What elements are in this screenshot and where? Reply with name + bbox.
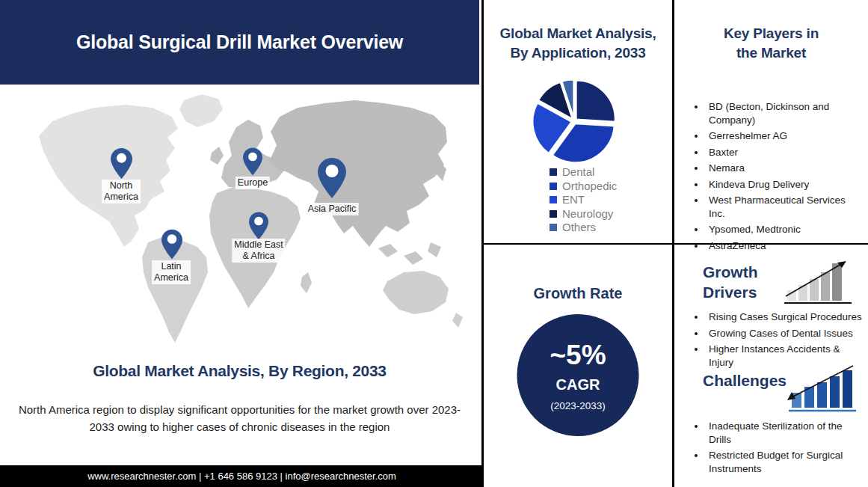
application-chart-title: Global Market Analysis, By Application, … <box>484 24 672 62</box>
legend-swatch-ent <box>550 196 557 203</box>
footer-bar: www.researchnester.com | +1 646 586 9123… <box>0 465 484 487</box>
list-item: Restricted Budget for Surgical Instrumen… <box>706 449 843 475</box>
growth-bars-up-arrow-icon <box>784 259 853 308</box>
map-label-middle-east-africa: Middle East & Africa <box>232 239 285 263</box>
legend-label: Others <box>562 222 596 233</box>
cagr-period: (2023-2033) <box>550 400 606 411</box>
legend-swatch-neurology <box>550 210 557 218</box>
legend-label: ENT <box>562 195 585 206</box>
list-item: Baxter <box>706 146 860 159</box>
application-pie-chart <box>528 75 621 171</box>
legend-item: Neurology <box>550 209 617 220</box>
list-item: BD (Becton, Dickinson and Company) <box>706 100 860 126</box>
legend-label: Dental <box>562 167 594 178</box>
world-map: North America Europe Asia Pacific Middle… <box>0 88 479 359</box>
legend-item: Dental <box>550 167 617 178</box>
legend-item: Others <box>550 222 617 233</box>
growth-drivers-title: Growth Drivers <box>703 262 778 303</box>
map-label-north-america: North America <box>102 180 141 203</box>
map-pin-latin-america <box>161 228 182 263</box>
legend-item: ENT <box>550 195 617 206</box>
legend-label: Neurology <box>562 209 613 220</box>
middle-panel: Global Market Analysis, By Application, … <box>484 0 672 487</box>
left-panel: Global Surgical Drill Market Overview No… <box>0 0 479 487</box>
legend-item: Orthopedic <box>550 181 617 192</box>
list-item: West Pharmaceutical Services Inc. <box>706 194 860 220</box>
challenges-title: Challenges <box>703 372 787 390</box>
challenges-list: Inadequate Sterilization of the Drills R… <box>697 420 843 478</box>
list-item: Gerreshelmer AG <box>706 129 860 143</box>
map-pin-north-america <box>111 147 132 183</box>
challenges-bars-down-arrow-icon <box>784 364 856 417</box>
world-map-graphic <box>0 88 479 359</box>
list-item: Inadequate Sterilization of the Drills <box>706 420 843 446</box>
footer-contact: www.researchnester.com | +1 646 586 9123… <box>87 471 396 482</box>
map-label-asia-pacific: Asia Pacific <box>306 203 359 215</box>
legend-swatch-others <box>550 224 557 231</box>
key-players-title: Key Players in the Market <box>674 24 868 62</box>
pie-slice-dental <box>576 80 615 122</box>
cagr-circle: ~5% CAGR (2023-2033) <box>517 314 639 436</box>
map-label-europe: Europe <box>236 177 270 189</box>
legend-label: Orthopedic <box>562 181 617 192</box>
region-analysis-description: North America region to display signific… <box>18 401 461 436</box>
region-analysis-title: Global Market Analysis, By Region, 2033 <box>0 362 479 380</box>
pie-legend: Dental Orthopedic ENT Neurology Others <box>550 167 617 236</box>
list-item: Rising Cases Surgical Procedures <box>706 310 863 324</box>
list-item: Nemara <box>706 162 860 175</box>
growth-rate-title: Growth Rate <box>484 285 672 302</box>
map-pin-asia-pacific <box>318 157 346 202</box>
legend-swatch-dental <box>550 168 557 176</box>
cagr-label: CAGR <box>556 376 600 393</box>
map-label-latin-america: Latin America <box>152 260 191 284</box>
header-banner: Global Surgical Drill Market Overview <box>0 0 479 85</box>
list-item: Ypsomed, Medtronic <box>706 223 860 236</box>
growth-drivers-list: Rising Cases Surgical Procedures Growing… <box>697 310 863 372</box>
key-players-list: BD (Becton, Dickinson and Company) Gerre… <box>697 100 860 255</box>
page-title: Global Surgical Drill Market Overview <box>76 31 403 53</box>
list-item: Kindeva Drug Delivery <box>706 178 860 192</box>
legend-swatch-orthopedic <box>550 183 557 190</box>
map-pin-europe <box>243 147 262 180</box>
right-panel: Key Players in the Market BD (Becton, Di… <box>674 0 868 487</box>
list-item: AstraZeneca <box>706 239 860 253</box>
list-item: Growing Cases of Dental Issues <box>706 327 863 340</box>
cagr-value: ~5% <box>550 340 606 371</box>
